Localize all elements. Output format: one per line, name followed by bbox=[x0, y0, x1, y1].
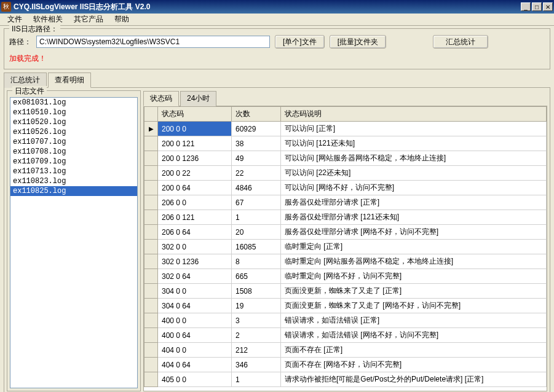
detail-tabs: 状态码 24小时 bbox=[143, 90, 547, 106]
maximize-button[interactable]: □ bbox=[532, 2, 542, 11]
close-button[interactable]: ✕ bbox=[543, 2, 553, 11]
cell-desc: 可以访问 [121还未知] bbox=[281, 136, 547, 151]
grid-scroll[interactable]: 状态码 次数 状态码说明 ▶200 0 060929可以访问 [正常]200 0… bbox=[143, 106, 547, 391]
file-item[interactable]: ex110823.log bbox=[10, 176, 137, 186]
cell-desc: 服务器仅处理部分请求 [正常] bbox=[281, 195, 547, 210]
table-row[interactable]: 400 0 642错误请求，如语法错误 [网络不好，访问不完整] bbox=[144, 328, 547, 343]
file-item[interactable]: ex110510.log bbox=[10, 108, 137, 117]
table-row[interactable]: 304 0 6419页面没更新，蜘蛛来了又走了 [网络不好，访问不完整] bbox=[144, 299, 547, 313]
row-indicator bbox=[144, 269, 158, 284]
file-item[interactable]: ex110713.log bbox=[10, 167, 137, 176]
window-title: CYQ.IISLogViewer IIS日志分析工具 V2.0 bbox=[14, 2, 521, 12]
row-indicator bbox=[144, 299, 158, 313]
cell-desc: 可以访问 [网站服务器网络不稳定，本地终止连接] bbox=[281, 151, 547, 166]
path-label: 路径： bbox=[9, 37, 31, 47]
single-file-button[interactable]: [单个]文件 bbox=[275, 35, 325, 49]
table-row[interactable]: 200 0 123649可以访问 [网站服务器网络不稳定，本地终止连接] bbox=[144, 151, 547, 166]
cell-desc: 临时重定向 [网络不好，访问不完整] bbox=[281, 269, 547, 284]
cell-code: 302 0 0 bbox=[158, 240, 232, 254]
files-groupbox: 日志文件 ex081031.logex110510.logex110520.lo… bbox=[7, 90, 141, 391]
cell-desc: 服务器仅处理部分请求 [121还未知] bbox=[281, 210, 547, 225]
table-row[interactable]: 206 0 067服务器仅处理部分请求 [正常] bbox=[144, 195, 547, 210]
tab-24hour[interactable]: 24小时 bbox=[180, 91, 216, 106]
cell-count: 19 bbox=[232, 299, 281, 313]
col-header-count[interactable]: 次数 bbox=[232, 107, 281, 122]
cell-code: 206 0 121 bbox=[158, 210, 232, 225]
cell-desc: 页面没更新，蜘蛛来了又走了 [网络不好，访问不完整] bbox=[281, 299, 547, 313]
row-indicator bbox=[144, 254, 158, 269]
table-row[interactable]: 405 0 01请求动作被拒绝[可能是Get/Post之外的Put/Delete… bbox=[144, 372, 547, 387]
row-indicator bbox=[144, 313, 158, 328]
cell-desc: 页面不存在 [正常] bbox=[281, 343, 547, 358]
cell-count: 8 bbox=[232, 254, 281, 269]
table-row[interactable]: 404 0 64346页面不存在 [网络不好，访问不完整] bbox=[144, 358, 547, 372]
tab-detail[interactable]: 查看明细 bbox=[48, 73, 91, 88]
file-item[interactable]: ex110526.log bbox=[10, 127, 137, 137]
file-item[interactable]: ex110825.log bbox=[10, 186, 137, 196]
menubar: 文件 软件相关 其它产品 帮助 bbox=[0, 14, 554, 26]
cell-count: 22 bbox=[232, 166, 281, 181]
cell-desc: 页面没更新，蜘蛛来了又走了 [正常] bbox=[281, 284, 547, 299]
row-indicator bbox=[144, 343, 158, 358]
row-indicator bbox=[144, 328, 158, 343]
cell-desc: 页面不存在 [网络不好，访问不完整] bbox=[281, 358, 547, 372]
cell-code: 200 0 0 bbox=[158, 122, 232, 136]
cell-code: 200 0 22 bbox=[158, 166, 232, 181]
cell-code: 400 0 64 bbox=[158, 328, 232, 343]
file-item[interactable]: ex110707.log bbox=[10, 137, 137, 147]
files-legend: 日志文件 bbox=[12, 86, 47, 96]
path-groupbox: IIS日志路径： 路径： [单个]文件 [批量]文件夹 汇总统计 加载完成！ bbox=[4, 28, 550, 69]
cell-desc: 临时重定向 [正常] bbox=[281, 240, 547, 254]
row-indicator bbox=[144, 181, 158, 195]
table-row[interactable]: 200 0 2222可以访问 [22还未知] bbox=[144, 166, 547, 181]
cell-count: 38 bbox=[232, 136, 281, 151]
table-row[interactable]: 206 0 6420服务器仅处理部分请求 [网络不好，访问不完整] bbox=[144, 225, 547, 240]
col-header-desc[interactable]: 状态码说明 bbox=[281, 107, 547, 122]
cell-count: 1 bbox=[232, 210, 281, 225]
cell-count: 1 bbox=[232, 372, 281, 387]
table-row[interactable]: 400 0 03错误请求，如语法错误 [正常] bbox=[144, 313, 547, 328]
cell-code: 206 0 0 bbox=[158, 195, 232, 210]
file-list[interactable]: ex081031.logex110510.logex110520.logex11… bbox=[10, 97, 138, 388]
menu-products[interactable]: 其它产品 bbox=[69, 13, 108, 26]
cell-code: 206 0 64 bbox=[158, 225, 232, 240]
table-row[interactable]: 206 0 1211服务器仅处理部分请求 [121还未知] bbox=[144, 210, 547, 225]
table-row[interactable]: 200 0 644846可以访问 [网络不好，访问不完整] bbox=[144, 181, 547, 195]
menu-help[interactable]: 帮助 bbox=[109, 13, 134, 26]
minimize-button[interactable]: _ bbox=[521, 2, 531, 11]
table-row[interactable]: 302 0 016085临时重定向 [正常] bbox=[144, 240, 547, 254]
path-input[interactable] bbox=[36, 36, 270, 48]
file-item[interactable]: ex110709.log bbox=[10, 157, 137, 167]
file-item[interactable]: ex110520.log bbox=[10, 117, 137, 127]
table-row[interactable]: 200 0 12138可以访问 [121还未知] bbox=[144, 136, 547, 151]
table-row[interactable]: ▶200 0 060929可以访问 [正常] bbox=[144, 122, 547, 136]
cell-count: 3 bbox=[232, 313, 281, 328]
cell-code: 400 0 0 bbox=[158, 313, 232, 328]
col-header-code[interactable]: 状态码 bbox=[158, 107, 232, 122]
status-grid: 状态码 次数 状态码说明 ▶200 0 060929可以访问 [正常]200 0… bbox=[144, 106, 547, 387]
cell-count: 16085 bbox=[232, 240, 281, 254]
detail-area: 状态码 24小时 状态码 次数 状态码说明 ▶200 0 060929可以访问 … bbox=[143, 90, 547, 391]
cell-code: 200 0 64 bbox=[158, 181, 232, 195]
tab-status-code[interactable]: 状态码 bbox=[143, 91, 179, 106]
batch-folder-button[interactable]: [批量]文件夹 bbox=[330, 35, 387, 49]
app-icon: 秋 bbox=[1, 2, 11, 12]
row-indicator bbox=[144, 195, 158, 210]
cell-code: 304 0 64 bbox=[158, 299, 232, 313]
cell-code: 200 0 121 bbox=[158, 136, 232, 151]
cell-desc: 可以访问 [网络不好，访问不完整] bbox=[281, 181, 547, 195]
table-row[interactable]: 302 0 64665临时重定向 [网络不好，访问不完整] bbox=[144, 269, 547, 284]
table-row[interactable]: 304 0 01508页面没更新，蜘蛛来了又走了 [正常] bbox=[144, 284, 547, 299]
table-row[interactable]: 302 0 12368临时重定向 [网站服务器网络不稳定，本地终止连接] bbox=[144, 254, 547, 269]
row-indicator bbox=[144, 166, 158, 181]
summary-button[interactable]: 汇总统计 bbox=[433, 35, 488, 49]
row-indicator bbox=[144, 136, 158, 151]
cell-desc: 可以访问 [22还未知] bbox=[281, 166, 547, 181]
cell-code: 304 0 0 bbox=[158, 284, 232, 299]
cell-code: 302 0 64 bbox=[158, 269, 232, 284]
file-item[interactable]: ex110708.log bbox=[10, 147, 137, 157]
table-row[interactable]: 404 0 0212页面不存在 [正常] bbox=[144, 343, 547, 358]
file-item[interactable]: ex081031.log bbox=[10, 98, 137, 108]
row-indicator bbox=[144, 372, 158, 387]
cell-count: 2 bbox=[232, 328, 281, 343]
